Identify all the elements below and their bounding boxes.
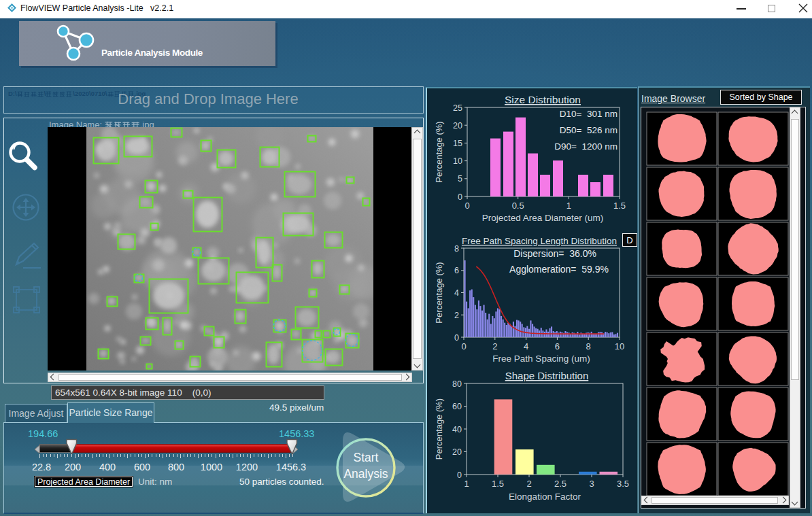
svg-text:Percentage (%): Percentage (%) (434, 262, 444, 323)
svg-text:20: 20 (453, 121, 462, 131)
svg-text:Percentage (%): Percentage (%) (434, 398, 444, 460)
svg-text:15: 15 (453, 139, 462, 148)
svg-text:Shape Distribution: Shape Distribution (505, 370, 589, 381)
svg-text:0.5: 0.5 (512, 201, 524, 211)
svg-text:1: 1 (566, 201, 571, 211)
svg-text:8: 8 (586, 341, 591, 351)
svg-text:Percentage (%): Percentage (%) (434, 121, 444, 182)
svg-text:0: 0 (461, 341, 466, 351)
svg-text:D: D (626, 235, 632, 245)
svg-text:60: 60 (452, 402, 462, 411)
svg-text:20: 20 (452, 447, 462, 457)
svg-text:Start: Start (354, 451, 379, 464)
svg-text:5: 5 (458, 174, 462, 184)
svg-text:1.5: 1.5 (492, 479, 504, 489)
svg-text:0: 0 (458, 192, 462, 202)
svg-text:0: 0 (457, 470, 462, 480)
svg-text:25: 25 (453, 103, 462, 113)
svg-text:Free Path Spacing Length Distr: Free Path Spacing Length Distribution (462, 236, 617, 246)
svg-text:D90= 1200 nm: D90= 1200 nm (554, 141, 618, 152)
svg-text:2: 2 (526, 479, 531, 489)
svg-text:2: 2 (454, 311, 459, 320)
svg-text:80: 80 (452, 379, 462, 389)
svg-text:8: 8 (454, 244, 459, 254)
svg-text:3.5: 3.5 (617, 479, 629, 489)
svg-text:0: 0 (464, 201, 469, 211)
svg-text:10: 10 (453, 156, 462, 166)
svg-text:D50= 526 nm: D50= 526 nm (560, 125, 618, 135)
svg-text:2: 2 (492, 341, 497, 351)
svg-text:Size Distribution: Size Distribution (505, 94, 581, 105)
svg-text:Dispersion= 36.0%: Dispersion= 36.0% (513, 248, 596, 259)
svg-text:Elongation Factor: Elongation Factor (509, 492, 581, 502)
svg-text:4: 4 (454, 288, 459, 298)
svg-text:4: 4 (524, 341, 528, 351)
svg-text:1: 1 (464, 479, 469, 489)
svg-text:Agglomeration= 59.9%: Agglomeration= 59.9% (509, 264, 609, 275)
svg-text:2.5: 2.5 (554, 479, 566, 489)
svg-text:10: 10 (615, 341, 624, 351)
svg-text:Analysis: Analysis (343, 467, 388, 481)
svg-text:0: 0 (454, 333, 459, 343)
svg-text:Free Path Spacing (um): Free Path Spacing (um) (492, 354, 590, 364)
svg-text:6: 6 (454, 266, 459, 275)
svg-text:40: 40 (452, 425, 462, 434)
svg-text:D10= 301 nm: D10= 301 nm (560, 109, 618, 119)
svg-text:3: 3 (589, 479, 594, 489)
svg-text:6: 6 (555, 341, 560, 351)
svg-text:1.5: 1.5 (613, 201, 626, 211)
svg-text:Projected Area Diameter (um): Projected Area Diameter (um) (482, 213, 604, 223)
